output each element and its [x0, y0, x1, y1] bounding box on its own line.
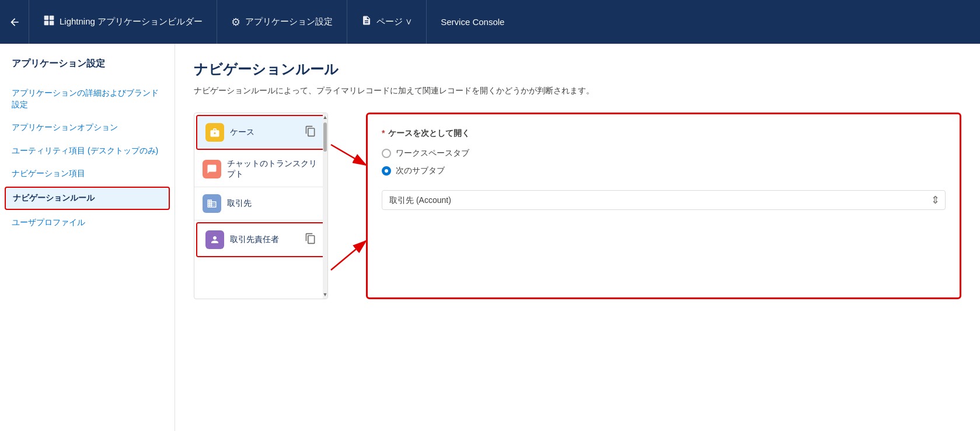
- sidebar-item-app-detail[interactable]: アプリケーションの詳細およびブランド設定: [0, 82, 175, 116]
- page-title: ナビゲーションルール: [194, 60, 961, 79]
- sidebar-item-app-options[interactable]: アプリケーションオプション: [0, 116, 175, 139]
- sidebar-item-utility-items[interactable]: ユーティリティ項目 (デスクトップのみ): [0, 139, 175, 163]
- nav-app-builder[interactable]: Lightning アプリケーションビルダー: [29, 0, 217, 44]
- scroll-down-arrow[interactable]: ▼: [323, 292, 328, 297]
- field-label: * ケースを次として開く: [382, 128, 946, 139]
- scrollbar[interactable]: ▲ ▼: [323, 113, 327, 299]
- case-copy-button[interactable]: [305, 125, 316, 140]
- nav-rule-layout: ケース: [194, 113, 961, 299]
- account-icon: [203, 194, 221, 213]
- radio-sub-tab[interactable]: 次のサブタブ: [382, 166, 946, 176]
- nav-page-label: ページ ∨: [376, 16, 412, 27]
- sidebar-title: アプリケーション設定: [0, 58, 175, 82]
- sidebar: アプリケーション設定 アプリケーションの詳細およびブランド設定 アプリケーション…: [0, 44, 175, 431]
- sidebar-item-nav-items[interactable]: ナビゲーション項目: [0, 162, 175, 185]
- main-layout: アプリケーション設定 アプリケーションの詳細およびブランド設定 アプリケーション…: [0, 44, 980, 431]
- svg-line-5: [331, 145, 366, 165]
- contact-label: 取引先責任者: [230, 234, 301, 245]
- content-area: ナビゲーションルール ナビゲーションルールによって、プライマリレコードに加えて関…: [175, 44, 980, 431]
- chat-label: チャットのトランスクリプト: [227, 159, 319, 180]
- scroll-up-arrow[interactable]: ▲: [323, 114, 328, 120]
- chat-icon: [203, 160, 221, 178]
- nav-list-item-contact[interactable]: 取引先責任者: [196, 222, 326, 257]
- nav-list-item-case[interactable]: ケース: [196, 115, 326, 150]
- back-button[interactable]: [0, 0, 29, 44]
- nav-list-item-chat[interactable]: チャットのトランスクリプト: [194, 152, 327, 187]
- nav-list-wrapper: ケース: [194, 113, 331, 299]
- top-navigation: Lightning アプリケーションビルダー ⚙ アプリケーション設定 ページ …: [0, 0, 980, 44]
- radio-workspace-tab[interactable]: ワークスペースタブ: [382, 148, 946, 159]
- svg-rect-0: [44, 16, 49, 20]
- contact-copy-button[interactable]: [305, 233, 316, 247]
- account-label: 取引先: [227, 198, 319, 209]
- app-builder-icon: [43, 15, 55, 29]
- nav-page[interactable]: ページ ∨: [347, 0, 427, 44]
- settings-icon: ⚙: [231, 16, 240, 29]
- required-asterisk: *: [382, 128, 385, 138]
- select-container: 取引先 (Account) 取引先責任者 (Contact) ケース (Case…: [382, 190, 946, 210]
- nav-service-console-label: Service Console: [441, 17, 504, 27]
- sub-tab-select[interactable]: 取引先 (Account) 取引先責任者 (Contact) ケース (Case…: [382, 190, 946, 210]
- radio-subtab-circle[interactable]: [382, 166, 391, 176]
- nav-list-item-account[interactable]: 取引先: [194, 187, 327, 220]
- nav-list-container: ケース: [194, 113, 328, 299]
- case-icon: [205, 123, 224, 142]
- contact-icon: [205, 230, 224, 249]
- nav-service-console[interactable]: Service Console: [427, 0, 518, 44]
- nav-app-builder-label: Lightning アプリケーションビルダー: [60, 16, 203, 27]
- scroll-thumb: [323, 122, 327, 152]
- svg-rect-3: [50, 21, 54, 26]
- radio-workspace-label: ワークスペースタブ: [396, 148, 469, 159]
- page-description: ナビゲーションルールによって、プライマリレコードに加えて関連レコードを開くかどう…: [194, 86, 961, 96]
- nav-list-scrollable[interactable]: ケース: [194, 113, 327, 299]
- svg-line-6: [331, 241, 366, 270]
- radio-group: ワークスペースタブ 次のサブタブ: [382, 148, 946, 176]
- sidebar-item-nav-rules[interactable]: ナビゲーションルール: [5, 187, 170, 210]
- right-panel: * ケースを次として開く ワークスペースタブ 次のサブタブ 取引先 (: [366, 113, 961, 299]
- page-icon: [361, 15, 372, 29]
- nav-app-settings[interactable]: ⚙ アプリケーション設定: [217, 0, 347, 44]
- case-label: ケース: [230, 127, 301, 138]
- sidebar-item-user-profiles[interactable]: ユーザプロファイル: [0, 211, 175, 234]
- svg-rect-1: [50, 16, 54, 20]
- nav-app-settings-label: アプリケーション設定: [245, 16, 333, 27]
- radio-subtab-label: 次のサブタブ: [396, 166, 445, 176]
- radio-workspace-circle[interactable]: [382, 149, 391, 158]
- svg-rect-2: [44, 21, 49, 26]
